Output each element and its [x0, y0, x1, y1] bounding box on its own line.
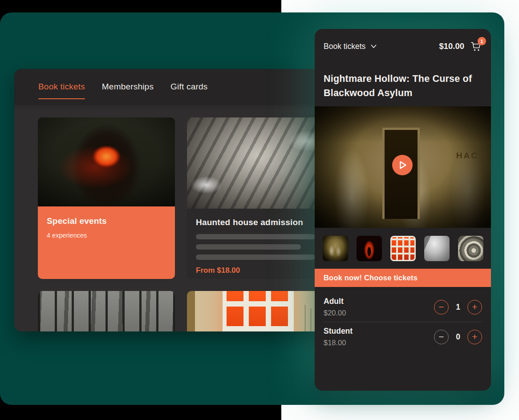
card-title: Special events: [47, 216, 166, 226]
skeleton-line: [196, 234, 315, 239]
thumbnail-zombies[interactable]: [323, 236, 348, 261]
mobile-booking-panel: Book tickets $10.00 1 Nightmare Hollow: …: [315, 29, 491, 391]
chevron-down-icon: [371, 44, 377, 48]
card-haunted-house-admission[interactable]: Haunted house admission From $18.00: [187, 117, 324, 279]
cart-count-badge: 1: [478, 37, 486, 45]
pumpkin-figure-image: [38, 117, 175, 206]
hero-wall-graffiti: HAC: [456, 151, 478, 161]
book-now-label: Book now! Choose tickets: [324, 274, 418, 282]
special-events-card-body: Special events 4 experiences: [38, 206, 175, 279]
card-subtitle: 4 experiences: [47, 232, 166, 239]
ticket-type-label: Adult: [324, 297, 434, 306]
event-video-hero: HAC: [315, 106, 491, 228]
nav-dropdown-book-tickets[interactable]: Book tickets: [324, 42, 377, 51]
skeleton-line: [196, 254, 315, 260]
tab-memberships[interactable]: Memberships: [102, 82, 154, 92]
thumbnail-red-doors[interactable]: [390, 236, 416, 261]
quantity-value: 0: [449, 332, 467, 342]
price-from-label: From $18.00: [196, 266, 315, 275]
ticket-row-student: Student $18.00 − 0 +: [315, 322, 491, 351]
play-icon: [392, 155, 413, 175]
plus-button[interactable]: +: [467, 330, 482, 344]
ticket-type-label: Student: [324, 327, 434, 336]
event-title: Nightmare Hollow: The Curse of Blackwood…: [324, 72, 473, 100]
plus-button[interactable]: +: [467, 300, 482, 315]
nav-label: Book tickets: [324, 42, 365, 51]
thumbnail-gray-room[interactable]: [424, 236, 450, 261]
adult-quantity-stepper: − 1 +: [434, 300, 482, 315]
staircase-image: [187, 117, 324, 209]
cart-icon-wrap: 1: [470, 40, 482, 52]
foggy-forest-image: [38, 291, 175, 331]
phone-header: Book tickets $10.00 1: [315, 29, 491, 52]
red-lit-window-image: [187, 291, 324, 331]
ticket-row-adult: Adult $20.00 − 1 +: [315, 292, 491, 322]
canvas: Book tickets Memberships Gift cards Spec…: [0, 0, 519, 420]
cart-button[interactable]: $10.00 1: [439, 40, 482, 52]
thumbnail-red-doorway[interactable]: [357, 236, 382, 261]
card-special-events[interactable]: Special events 4 experiences: [38, 117, 175, 279]
skeleton-line: [196, 244, 301, 250]
tab-gift-cards[interactable]: Gift cards: [170, 82, 207, 92]
tab-book-tickets[interactable]: Book tickets: [38, 82, 85, 92]
thumbnail-spiral-staircase[interactable]: [458, 236, 483, 261]
haunted-house-card-body: Haunted house admission From $18.00: [187, 209, 324, 279]
card-red-window[interactable]: [187, 291, 324, 331]
play-button[interactable]: [392, 155, 413, 175]
ticket-info: Student $18.00: [324, 327, 434, 347]
ticket-price-label: $18.00: [324, 339, 434, 347]
book-now-section-header: Book now! Choose tickets: [315, 269, 491, 287]
card-forest[interactable]: [38, 291, 175, 331]
ticket-info: Adult $20.00: [324, 297, 434, 317]
minus-button[interactable]: −: [434, 300, 449, 315]
card-title: Haunted house admission: [196, 218, 315, 227]
gallery-thumbnails: [315, 236, 491, 261]
student-quantity-stepper: − 0 +: [434, 330, 482, 344]
quantity-value: 1: [449, 303, 467, 312]
ticket-price-label: $20.00: [324, 309, 434, 317]
minus-button[interactable]: −: [434, 330, 449, 344]
cart-total: $10.00: [439, 41, 464, 51]
